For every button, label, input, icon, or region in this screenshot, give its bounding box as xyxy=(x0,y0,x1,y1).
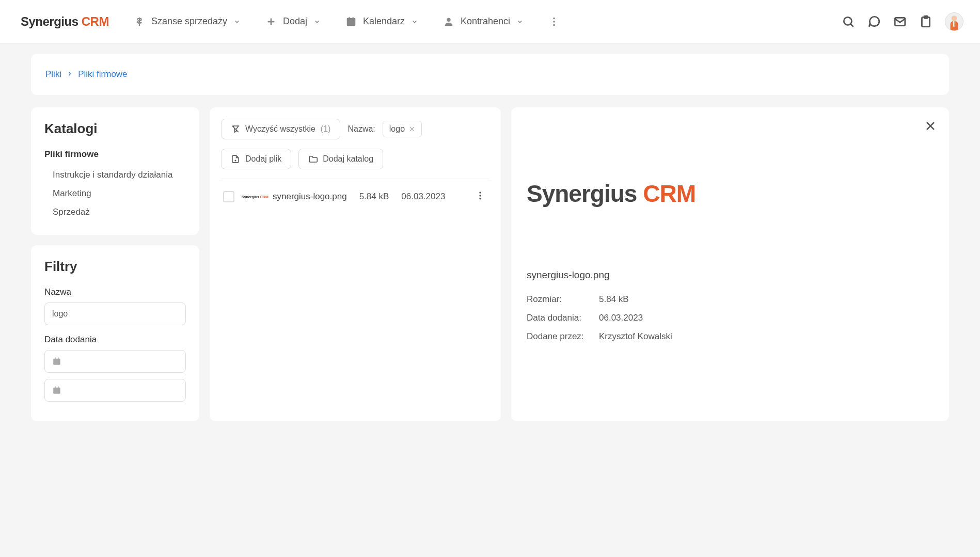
svg-point-10 xyxy=(844,17,851,25)
detail-size-value: 5.84 kB xyxy=(599,294,629,305)
close-icon xyxy=(924,120,937,132)
svg-point-7 xyxy=(553,17,555,19)
filter-date-to[interactable] xyxy=(44,379,186,402)
more-vertical-icon xyxy=(548,16,560,27)
svg-rect-20 xyxy=(58,358,59,360)
filter-off-icon xyxy=(231,124,240,134)
filter-name-input[interactable] xyxy=(44,303,186,325)
file-preview: Synergius CRM xyxy=(527,180,934,208)
svg-rect-18 xyxy=(53,359,60,365)
svg-rect-4 xyxy=(349,17,350,19)
search-button[interactable] xyxy=(842,15,855,28)
svg-point-24 xyxy=(479,192,481,194)
clear-filters-button[interactable]: Wyczyść wszystkie (1) xyxy=(221,119,340,139)
filter-chip[interactable]: logo ✕ xyxy=(383,121,422,137)
close-icon[interactable]: ✕ xyxy=(409,125,415,133)
detail-author-label: Dodane przez: xyxy=(527,331,589,342)
filter-date-from[interactable] xyxy=(44,350,186,373)
mail-icon xyxy=(893,15,907,28)
catalog-item[interactable]: Marketing xyxy=(44,184,186,203)
add-folder-button[interactable]: Dodaj katalog xyxy=(298,149,383,169)
nav-add[interactable]: Dodaj xyxy=(265,16,321,27)
filter-chip-value: logo xyxy=(389,124,405,134)
file-add-icon xyxy=(231,154,240,164)
detail-date-label: Data dodania: xyxy=(527,313,589,323)
clipboard-button[interactable] xyxy=(919,15,932,28)
close-detail-button[interactable] xyxy=(924,120,937,134)
logo-text: Synergius xyxy=(21,14,78,28)
preview-logo-text: Synergius xyxy=(527,180,637,207)
add-file-label: Dodaj plik xyxy=(245,154,281,164)
breadcrumb-current[interactable]: Pliki firmowe xyxy=(78,69,127,79)
detail-file-name: synergius-logo.png xyxy=(527,269,934,281)
app-logo: Synergius CRM xyxy=(21,14,109,29)
detail-author-value: Krzysztof Kowalski xyxy=(599,331,672,342)
catalogs-heading: Katalogi xyxy=(44,121,186,137)
chevron-down-icon xyxy=(411,18,418,25)
file-checkbox[interactable] xyxy=(223,191,234,202)
svg-rect-22 xyxy=(55,387,56,389)
detail-date-row: Data dodania: 06.03.2023 xyxy=(527,313,934,323)
nav-more[interactable] xyxy=(548,16,560,27)
clipboard-icon xyxy=(919,15,932,28)
filter-chip-label: Nazwa: xyxy=(347,124,375,134)
nav-contractors-label: Kontrahenci xyxy=(461,16,510,27)
nav-calendar[interactable]: Kalendarz xyxy=(345,16,418,27)
file-row[interactable]: Synergius CRM synergius-logo.png 5.84 kB… xyxy=(221,179,489,205)
mail-button[interactable] xyxy=(893,15,907,28)
dollar-icon xyxy=(134,16,145,27)
nav-contractors[interactable]: Kontrahenci xyxy=(443,16,524,27)
chat-button[interactable] xyxy=(867,15,881,28)
add-file-button[interactable]: Dodaj plik xyxy=(221,149,291,169)
detail-date-value: 06.03.2023 xyxy=(599,313,643,323)
user-avatar[interactable] xyxy=(945,12,963,31)
chevron-down-icon xyxy=(516,18,524,25)
svg-rect-3 xyxy=(347,18,356,20)
clear-filters-count: (1) xyxy=(321,124,331,134)
chevron-down-icon xyxy=(313,18,321,25)
calendar-icon xyxy=(345,16,357,27)
chevron-down-icon xyxy=(233,18,241,25)
file-name: synergius-logo.png xyxy=(273,192,347,202)
calendar-icon xyxy=(52,357,61,366)
svg-rect-2 xyxy=(347,19,356,26)
catalog-item[interactable]: Instrukcje i standardy działania xyxy=(44,166,186,184)
svg-point-6 xyxy=(447,18,450,21)
app-header: Synergius CRM Szanse sprzedaży Dodaj Kal… xyxy=(0,0,980,43)
file-detail-panel: Synergius CRM synergius-logo.png Rozmiar… xyxy=(511,107,949,421)
filter-date-label: Data dodania xyxy=(44,335,186,345)
catalog-root[interactable]: Pliki firmowe xyxy=(44,149,186,160)
filter-name-label: Nazwa xyxy=(44,287,186,297)
detail-author-row: Dodane przez: Krzysztof Kowalski xyxy=(527,331,934,342)
calendar-icon xyxy=(52,386,61,395)
catalog-list: Instrukcje i standardy działania Marketi… xyxy=(44,166,186,221)
search-icon xyxy=(842,15,855,28)
svg-line-11 xyxy=(850,24,853,26)
breadcrumb-root[interactable]: Pliki xyxy=(45,69,61,79)
file-more-button[interactable] xyxy=(473,188,487,205)
person-icon xyxy=(443,16,454,27)
preview-logo-suffix: CRM xyxy=(643,180,696,207)
svg-rect-23 xyxy=(58,387,59,389)
detail-size-label: Rozmiar: xyxy=(527,294,589,305)
svg-point-8 xyxy=(553,21,555,23)
catalogs-panel: Katalogi Pliki firmowe Instrukcje i stan… xyxy=(31,107,199,235)
clear-filters-label: Wyczyść wszystkie xyxy=(245,124,315,134)
folder-icon xyxy=(308,154,318,164)
svg-point-25 xyxy=(479,195,481,196)
svg-rect-5 xyxy=(353,17,354,19)
svg-point-9 xyxy=(553,24,555,26)
svg-point-26 xyxy=(479,198,481,199)
nav-calendar-label: Kalendarz xyxy=(363,16,405,27)
plus-icon xyxy=(265,16,277,27)
header-actions xyxy=(842,12,963,31)
catalog-item[interactable]: Sprzedaż xyxy=(44,203,186,221)
chevron-right-icon xyxy=(67,69,73,79)
nav-sales[interactable]: Szanse sprzedaży xyxy=(134,16,241,27)
more-vertical-icon xyxy=(475,190,485,201)
breadcrumb-card: Pliki Pliki firmowe xyxy=(31,54,949,95)
avatar-icon xyxy=(947,14,961,30)
svg-rect-17 xyxy=(954,21,955,26)
chat-icon xyxy=(867,15,881,28)
filters-heading: Filtry xyxy=(44,259,186,275)
